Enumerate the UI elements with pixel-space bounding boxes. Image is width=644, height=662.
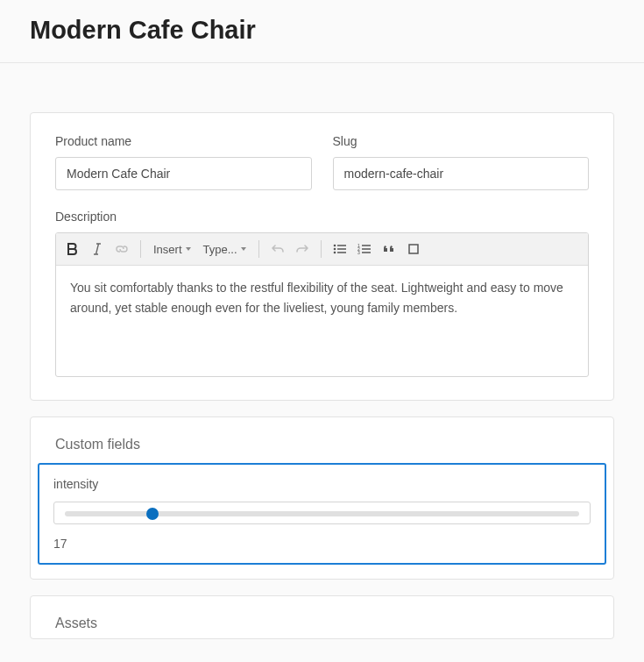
intensity-field[interactable]: intensity 17: [38, 463, 606, 565]
description-textarea[interactable]: You sit comfortably thanks to the restfu…: [56, 266, 588, 376]
content-area: Product name Slug Description: [0, 63, 644, 639]
assets-card: Assets: [30, 595, 614, 639]
slider-track: [65, 511, 579, 516]
custom-fields-heading: Custom fields: [31, 417, 613, 459]
blockquote-button[interactable]: [378, 237, 400, 261]
product-details-card: Product name Slug Description: [30, 112, 614, 401]
description-editor: Insert Type...: [55, 232, 589, 377]
chevron-down-icon: [241, 247, 246, 251]
toolbar-separator: [258, 240, 259, 258]
assets-heading: Assets: [31, 596, 613, 638]
redo-icon: [295, 243, 309, 255]
page-header: Modern Cafe Chair: [0, 0, 644, 63]
svg-point-1: [333, 248, 336, 251]
italic-icon: [92, 243, 103, 255]
link-button[interactable]: [110, 237, 133, 261]
slider-thumb[interactable]: [146, 508, 159, 520]
product-name-input[interactable]: [55, 157, 312, 190]
intensity-slider[interactable]: [53, 502, 591, 524]
insert-menu[interactable]: Insert: [148, 237, 196, 261]
bold-button[interactable]: [61, 237, 84, 261]
custom-fields-card: Custom fields intensity 17: [30, 416, 614, 580]
italic-button[interactable]: [86, 237, 109, 261]
bold-icon: [67, 243, 78, 255]
bullet-list-icon: [333, 243, 347, 255]
quote-icon: [383, 243, 395, 255]
toolbar-separator: [140, 240, 141, 258]
intensity-value: 17: [53, 537, 591, 551]
type-menu-label: Type...: [203, 243, 237, 256]
slug-label: Slug: [333, 134, 590, 148]
clear-format-icon: [407, 243, 420, 255]
description-label: Description: [55, 210, 589, 224]
bullet-list-button[interactable]: [329, 237, 351, 261]
ordered-list-icon: 123: [357, 243, 372, 255]
link-icon: [115, 243, 129, 255]
svg-text:3: 3: [357, 250, 360, 255]
chevron-down-icon: [186, 247, 191, 251]
undo-icon: [271, 243, 285, 255]
intensity-label: intensity: [53, 477, 591, 491]
undo-button[interactable]: [266, 237, 289, 261]
editor-toolbar: Insert Type...: [56, 233, 588, 266]
redo-button[interactable]: [291, 237, 314, 261]
slug-input[interactable]: [333, 157, 590, 190]
svg-point-2: [333, 252, 336, 254]
page-title: Modern Cafe Chair: [30, 16, 614, 45]
insert-menu-label: Insert: [153, 243, 182, 256]
clear-formatting-button[interactable]: [402, 237, 425, 261]
svg-point-0: [333, 245, 336, 247]
type-menu[interactable]: Type...: [198, 237, 251, 261]
svg-rect-6: [409, 245, 418, 253]
product-name-label: Product name: [55, 134, 312, 148]
ordered-list-button[interactable]: 123: [353, 237, 376, 261]
toolbar-separator: [321, 240, 322, 258]
